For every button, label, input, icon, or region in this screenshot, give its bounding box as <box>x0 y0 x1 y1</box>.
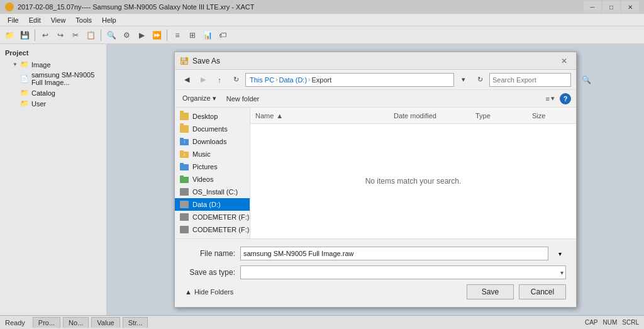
hide-folders-button[interactable]: ▲ Hide Folders <box>185 288 233 296</box>
dialog-title-bar: Save As ✕ <box>175 52 576 70</box>
toolbar-btn-8[interactable]: ⚙ <box>119 28 133 42</box>
toolbar-btn-11[interactable]: ≡ <box>170 28 184 42</box>
app-window: 2017-02-08_15.07ny---- Samsung SM-N9005 … <box>0 0 644 329</box>
sidebar-item-catalog[interactable]: 📁 Catalog <box>0 87 106 98</box>
view-button[interactable]: ≡ ▾ <box>543 93 557 104</box>
col-type-label: Type <box>475 112 491 120</box>
savetype-select[interactable] <box>240 265 566 279</box>
toolbar-btn-12[interactable]: ⊞ <box>186 28 199 42</box>
nav-forward-button[interactable]: ▶ <box>196 73 210 87</box>
nav-refresh-button[interactable]: ↻ <box>229 73 243 87</box>
nav-up-button[interactable]: ↑ <box>213 73 226 87</box>
toolbar-btn-1[interactable]: 📁 <box>3 28 16 42</box>
savetype-label: Save as type: <box>185 268 235 277</box>
dlg-sidebar-datad-label: Data (D:) <box>192 201 221 208</box>
close-button[interactable]: ✕ <box>621 1 639 13</box>
filename-input[interactable] <box>240 247 548 260</box>
file-header: Name ▲ Date modified Type <box>250 108 576 124</box>
toolbar-btn-5[interactable]: ✂ <box>69 28 82 42</box>
nav-back-button[interactable]: ◀ <box>180 73 194 87</box>
maximize-button[interactable]: □ <box>602 1 620 13</box>
status-tab-value[interactable]: Value <box>91 317 119 328</box>
breadcrumb-thispc[interactable]: This PC <box>250 76 274 84</box>
toolbar-btn-10[interactable]: ⏩ <box>150 28 164 42</box>
cancel-button[interactable]: Cancel <box>519 284 566 299</box>
menu-view[interactable]: View <box>46 15 71 25</box>
breadcrumb-sep-1: › <box>275 76 277 83</box>
dlg-sidebar-music[interactable]: ♪ Music <box>175 148 250 160</box>
toolbar-btn-4[interactable]: ↪ <box>53 28 67 42</box>
dlg-sidebar-datad[interactable]: Data (D:) <box>175 198 250 211</box>
dlg-sidebar-desktop[interactable]: Desktop <box>175 110 250 123</box>
sidebar-item-samsung[interactable]: 📄 samsung SM-N9005 Full Image... <box>0 70 106 87</box>
search-icon: 🔍 <box>582 75 591 84</box>
dialog-sidebar: Desktop Documents ↓ <box>175 108 250 238</box>
toolbar-btn-2[interactable]: 💾 <box>18 28 31 42</box>
search-input[interactable] <box>492 76 579 84</box>
breadcrumb-sep-2: › <box>308 76 310 83</box>
menu-file[interactable]: File <box>3 15 24 25</box>
help-button[interactable]: ? <box>560 93 571 104</box>
dialog-overlay: Save As ✕ ◀ ▶ ↑ ↻ This PC › Data (D:) <box>107 44 644 315</box>
sidebar-item-user[interactable]: 📁 User <box>0 98 106 109</box>
toolbar-btn-3[interactable]: ↩ <box>38 28 52 42</box>
status-tab-pro[interactable]: Pro... <box>33 317 60 328</box>
nav-dropdown-button[interactable]: ▾ <box>457 73 470 87</box>
savetype-wrapper: ▾ <box>240 265 566 279</box>
dlg-sidebar-downloads-label: Downloads <box>192 138 226 145</box>
dlg-sidebar-osinstall[interactable]: OS_Install (C:) <box>175 186 250 198</box>
toolbar-btn-6[interactable]: 📋 <box>84 28 97 42</box>
app-title: 2017-02-08_15.07ny---- Samsung SM-N9005 … <box>18 3 254 11</box>
breadcrumb-datad[interactable]: Data (D:) <box>279 76 307 84</box>
sidebar-item-label-user: User <box>31 100 46 108</box>
content-area: Save As ✕ ◀ ▶ ↑ ↻ This PC › Data (D:) <box>107 44 644 315</box>
save-as-dialog: Save As ✕ ◀ ▶ ↑ ↻ This PC › Data (D:) <box>174 52 577 308</box>
status-tab-str[interactable]: Str... <box>123 317 148 328</box>
svg-rect-1 <box>182 57 186 60</box>
search-box: 🔍 <box>489 73 571 87</box>
sidebar-folder-icon-catalog: 📁 <box>20 89 29 97</box>
file-list-empty-message: No items match your search. <box>365 177 462 186</box>
dlg-sidebar-codemeter1[interactable]: CODEMETER (F:) <box>175 211 250 223</box>
osinstall-drive-icon <box>180 188 189 196</box>
minimize-button[interactable]: ─ <box>584 1 601 13</box>
menu-help[interactable]: Help <box>97 15 121 25</box>
menu-tools[interactable]: Tools <box>70 15 97 25</box>
dlg-sidebar-desktop-label: Desktop <box>192 113 218 120</box>
toolbar-btn-14[interactable]: 🏷 <box>216 28 230 42</box>
dlg-sidebar-codemeter2[interactable]: CODEMETER (F:) <box>175 223 250 236</box>
dlg-sidebar-pictures[interactable]: Pictures <box>175 160 250 173</box>
col-name[interactable]: Name ▲ <box>255 112 394 120</box>
file-list-empty: No items match your search. <box>250 124 576 238</box>
toolbar-btn-13[interactable]: 📊 <box>201 28 214 42</box>
dialog-content: Desktop Documents ↓ <box>175 108 576 238</box>
nav-refresh2-button[interactable]: ↻ <box>473 73 487 87</box>
status-bar: Ready Pro... No... Value Str... CAP NUM … <box>0 315 644 329</box>
status-tab-no[interactable]: No... <box>63 317 89 328</box>
sidebar-project-label: Project <box>0 47 106 59</box>
menu-edit[interactable]: Edit <box>24 15 46 25</box>
col-type[interactable]: Type <box>475 112 532 120</box>
sidebar: Project ▼ 📁 Image 📄 samsung SM-N9005 Ful… <box>0 44 107 315</box>
save-dialog-icon <box>180 57 189 65</box>
save-button[interactable]: Save <box>467 284 514 299</box>
dialog-close-button[interactable]: ✕ <box>557 55 571 67</box>
dialog-toolbar: Organize ▾ New folder ≡ ▾ ? <box>175 90 576 108</box>
col-date-label: Date modified <box>394 112 436 120</box>
sidebar-item-label-samsung: samsung SM-N9005 Full Image... <box>31 71 101 86</box>
organize-button[interactable]: Organize ▾ <box>180 93 219 104</box>
toolbar-btn-9[interactable]: ▶ <box>135 28 148 42</box>
col-size-label: Size <box>532 112 545 120</box>
toolbar-btn-7[interactable]: 🔍 <box>104 28 118 42</box>
status-indicators: CAP NUM SCRL <box>585 319 639 326</box>
dialog-bottom: File name: ▾ Save as type: <box>175 238 576 307</box>
dlg-sidebar-documents[interactable]: Documents <box>175 123 250 135</box>
col-size[interactable]: Size <box>532 112 571 120</box>
sidebar-item-image[interactable]: ▼ 📁 Image <box>0 59 106 70</box>
new-folder-button[interactable]: New folder <box>221 94 265 104</box>
dlg-sidebar-downloads[interactable]: ↓ Downloads <box>175 135 250 148</box>
expand-arrow-image: ▼ <box>13 62 18 67</box>
col-date[interactable]: Date modified <box>394 112 475 120</box>
filename-row: File name: ▾ <box>185 247 566 260</box>
dlg-sidebar-videos[interactable]: Videos <box>175 173 250 186</box>
